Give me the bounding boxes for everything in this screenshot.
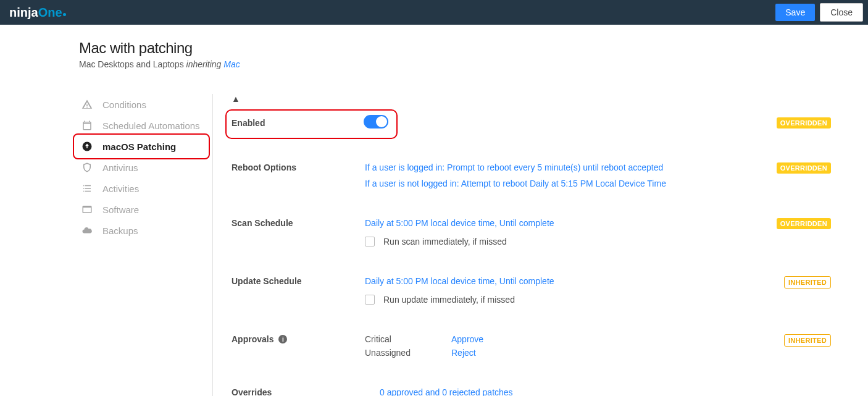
brand-logo: ninjaOne	[9, 6, 66, 20]
logo-dot-icon	[63, 13, 66, 16]
inherited-badge: INHERITED	[784, 276, 831, 289]
calendar-icon	[81, 120, 93, 131]
sidebar-item-label: Scheduled Automations	[102, 120, 200, 131]
logo-text-b: One	[38, 6, 62, 20]
warning-triangle-icon	[81, 99, 93, 110]
scan-run-if-missed-checkbox[interactable]	[365, 237, 375, 246]
close-button[interactable]: Close	[820, 3, 863, 22]
row-overrides: Overrides 0 approved and 0 rejected patc…	[232, 369, 831, 396]
enabled-value	[364, 115, 762, 130]
update-schedule-link[interactable]: Daily at 5:00 PM local device time, Unti…	[365, 276, 763, 286]
sidebar-item-label: Software	[102, 204, 139, 215]
sidebar-item-conditions[interactable]: Conditions	[79, 94, 212, 115]
sidebar-item-label: Backups	[102, 225, 138, 236]
page-subtitle: Mac Desktops and Laptops inheriting Mac	[79, 59, 868, 69]
sidebar-item-antivirus[interactable]: Antivirus	[79, 157, 212, 178]
scan-checkbox-label: Run scan immediately, if missed	[383, 237, 507, 246]
list-icon	[81, 183, 93, 194]
overridden-badge: OVERRIDDEN	[777, 117, 831, 128]
update-checkbox-label: Run update immediately, if missed	[383, 295, 515, 305]
logo-text-a: ninja	[9, 6, 38, 20]
row-update-schedule: Update Schedule Daily at 5:00 PM local d…	[232, 258, 831, 316]
approval-key-critical: Critical	[365, 334, 414, 344]
update-label: Update Schedule	[232, 276, 365, 286]
update-run-if-missed-checkbox[interactable]	[365, 295, 375, 305]
row-reboot-options: Reboot Options If a user is logged in: P…	[232, 141, 831, 200]
cloud-icon	[81, 225, 93, 236]
overrides-link[interactable]: 0 approved and 0 rejected patches	[380, 387, 513, 396]
top-bar: ninjaOne Save Close	[0, 0, 868, 25]
approval-value-unassigned[interactable]: Reject	[451, 348, 476, 358]
approvals-label-text: Approvals	[232, 334, 273, 344]
sidebar-item-software[interactable]: Software	[79, 199, 212, 220]
scan-label: Scan Schedule	[232, 218, 365, 228]
page-header: Mac with patching Mac Desktops and Lapto…	[0, 25, 868, 82]
reboot-logged-in-link[interactable]: If a user is logged in: Prompt to reboot…	[365, 162, 763, 172]
settings-content: ▲ Enabled OVERRIDDEN Reboot Options If a…	[212, 94, 831, 396]
sidebar-item-label: Conditions	[102, 99, 146, 110]
subtitle-prefix: Mac Desktops and Laptops	[79, 59, 186, 69]
row-scan-schedule: Scan Schedule Daily at 5:00 PM local dev…	[232, 200, 831, 258]
save-button[interactable]: Save	[775, 4, 815, 21]
approvals-label: Approvals i	[232, 334, 365, 344]
subtitle-inheriting: inheriting	[186, 59, 224, 69]
scan-schedule-link[interactable]: Daily at 5:00 PM local device time, Unti…	[365, 218, 763, 228]
toggle-knob	[376, 116, 387, 127]
inherit-source-link[interactable]: Mac	[223, 59, 240, 69]
sidebar-item-macos-patching[interactable]: macOS Patching	[79, 136, 212, 157]
arrow-up-circle-icon	[81, 141, 93, 152]
sidebar-item-label: macOS Patching	[102, 141, 176, 152]
window-icon	[81, 204, 93, 215]
row-approvals: Approvals i Critical Approve Unassigned …	[232, 316, 831, 369]
page-title: Mac with patching	[79, 40, 868, 57]
info-icon[interactable]: i	[278, 335, 287, 343]
sidebar-item-label: Antivirus	[102, 162, 138, 173]
collapse-caret-icon[interactable]: ▲	[232, 94, 240, 104]
settings-sidebar: Conditions Scheduled Automations macOS P…	[79, 94, 212, 396]
sidebar-item-label: Activities	[102, 183, 139, 194]
overridden-badge: OVERRIDDEN	[777, 162, 831, 174]
approval-value-critical[interactable]: Approve	[451, 334, 483, 344]
sidebar-item-activities[interactable]: Activities	[79, 178, 212, 199]
reboot-not-logged-in-link[interactable]: If a user is not logged in: Attempt to r…	[365, 179, 763, 188]
enabled-label: Enabled	[232, 118, 365, 128]
inherited-badge: INHERITED	[784, 334, 831, 347]
sidebar-item-scheduled-automations[interactable]: Scheduled Automations	[79, 115, 212, 136]
top-bar-actions: Save Close	[770, 0, 868, 25]
approval-key-unassigned: Unassigned	[365, 348, 414, 358]
row-enabled: Enabled OVERRIDDEN	[232, 104, 831, 141]
sidebar-item-backups[interactable]: Backups	[79, 220, 212, 241]
reboot-label: Reboot Options	[232, 162, 365, 172]
overridden-badge: OVERRIDDEN	[777, 218, 831, 229]
overrides-label: Overrides	[232, 387, 365, 396]
shield-icon	[81, 162, 93, 173]
enabled-toggle[interactable]	[364, 115, 388, 128]
